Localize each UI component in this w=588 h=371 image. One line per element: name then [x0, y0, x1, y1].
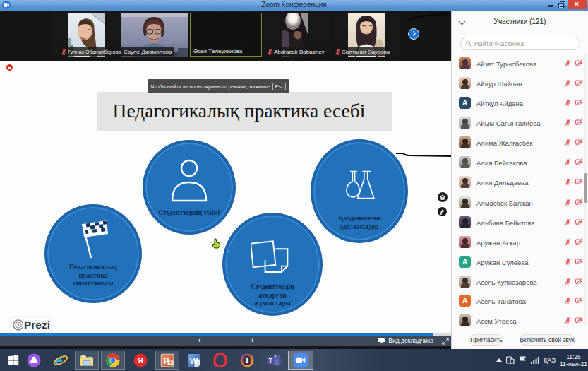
svg-text:W: W	[190, 356, 198, 366]
svg-text:T: T	[269, 357, 273, 364]
